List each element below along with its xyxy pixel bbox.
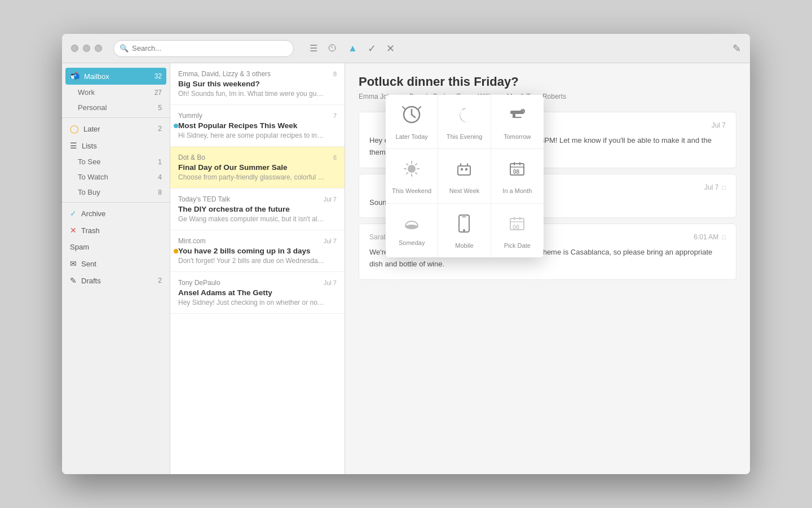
snooze-label-later-today: Later Today: [396, 133, 428, 141]
sidebar-item-mailbox[interactable]: 📬 Mailbox 32: [65, 68, 166, 85]
snooze-in-a-month[interactable]: 08 In a Month: [491, 149, 544, 203]
email-preview-6: Hey Sidney! Just checking in on whether …: [178, 299, 325, 306]
svg-rect-5: [513, 117, 522, 118]
email-item-2[interactable]: Yummly 7 Most Popular Recipes This Week …: [170, 105, 345, 147]
snooze-label-mobile: Mobile: [455, 242, 473, 249]
trash-icon: ✕: [70, 226, 77, 235]
check-toolbar-icon[interactable]: ✓: [368, 42, 376, 55]
email-sender-1: Emma, David, Lizzy & 3 others: [178, 70, 271, 78]
sidebar-label-trash: Trash: [81, 226, 100, 235]
email-item-1[interactable]: Emma, David, Lizzy & 3 others 8 Big Sur …: [170, 63, 345, 105]
snooze-label-this-weekend: This Weekend: [392, 187, 431, 195]
sidebar-item-to-see[interactable]: To See 1: [62, 154, 170, 169]
snooze-tomorrow[interactable]: Tomorrow: [491, 95, 544, 149]
snooze-later-today[interactable]: Later Today: [386, 95, 438, 149]
sidebar-item-to-watch[interactable]: To Watch 4: [62, 169, 170, 185]
minimize-traffic-light[interactable]: [83, 45, 90, 52]
sidebar: 📬 Mailbox 32 Work 27 Personal 5 ◯ Later …: [62, 63, 170, 474]
sidebar-label-later: Later: [83, 125, 100, 133]
snooze-next-week[interactable]: Next Week: [438, 149, 491, 203]
this-weekend-icon: [402, 159, 421, 182]
svg-rect-17: [461, 168, 463, 170]
svg-point-26: [463, 229, 465, 231]
sidebar-item-later[interactable]: ◯ Later 2: [62, 120, 170, 137]
email-date-1: 8: [333, 71, 337, 77]
x-toolbar-icon[interactable]: ✕: [386, 42, 395, 55]
lists-icon: ☰: [70, 141, 77, 150]
svg-line-15: [407, 173, 408, 174]
email-meta-6: Tony DePaulo Jul 7: [178, 279, 337, 287]
message-date-1: Jul 7: [712, 121, 726, 129]
app-window: 🔍 ☰ ⏲ ▲ ✓ ✕ ✎ 📬 Mailbox 32 Work 27: [62, 34, 750, 474]
sidebar-item-to-buy[interactable]: To Buy 8: [62, 185, 170, 200]
email-meta-3: Dot & Bo 6: [178, 154, 337, 161]
pick-date-icon: 08: [508, 214, 527, 237]
svg-rect-16: [458, 166, 470, 175]
sidebar-item-drafts[interactable]: ✎ Drafts 2: [62, 272, 170, 289]
titlebar: 🔍 ☰ ⏲ ▲ ✓ ✕ ✎: [62, 34, 750, 63]
snooze-label-someday: Someday: [399, 239, 425, 247]
next-week-icon: [454, 159, 474, 182]
email-preview-5: Don't forget! Your 2 bills are due on We…: [178, 257, 325, 265]
email-subject-5: You have 2 bills coming up in 3 days: [178, 247, 337, 255]
sidebar-label-drafts: Drafts: [81, 277, 101, 285]
sidebar-item-sent[interactable]: ✉ Sent: [62, 255, 170, 272]
svg-line-2: [412, 115, 415, 117]
in-a-month-icon: 08: [508, 159, 527, 182]
email-date-4: Jul 7: [324, 196, 337, 203]
search-input[interactable]: [132, 44, 288, 52]
email-item-4[interactable]: Today's TED Talk Jul 7 The DIY orchestra…: [170, 189, 345, 230]
sidebar-item-work[interactable]: Work 27: [62, 85, 170, 100]
svg-point-6: [520, 109, 525, 113]
email-date-2: 7: [333, 112, 337, 119]
email-item-3[interactable]: Dot & Bo 6 Final Day of Our Summer Sale …: [170, 147, 345, 189]
email-sender-5: Mint.com: [178, 237, 206, 245]
email-meta-5: Mint.com Jul 7: [178, 237, 337, 245]
email-date-3: 6: [333, 154, 337, 161]
email-item-6[interactable]: Tony DePaulo Jul 7 Ansel Adams at The Ge…: [170, 272, 345, 314]
sidebar-label-sent: Sent: [81, 260, 96, 268]
sidebar-item-spam[interactable]: Spam: [62, 239, 170, 255]
snooze-someday[interactable]: Someday: [386, 204, 438, 257]
svg-text:08: 08: [513, 224, 519, 230]
unread-dot-5: [174, 249, 178, 253]
message-date-3: 6:01 AM: [694, 233, 718, 241]
reply-icon-3: □: [722, 234, 726, 240]
sidebar-badge-later: 2: [158, 125, 162, 133]
sidebar-label-lists: Lists: [82, 142, 97, 150]
email-subject-6: Ansel Adams at The Getty: [178, 288, 337, 297]
list-toolbar-icon[interactable]: ☰: [310, 43, 317, 54]
email-meta-2: Yummly 7: [178, 112, 337, 120]
bell-toolbar-icon[interactable]: ▲: [348, 43, 358, 54]
email-list: Emma, David, Lizzy & 3 others 8 Big Sur …: [170, 63, 345, 474]
snooze-mobile[interactable]: Mobile: [438, 204, 491, 257]
svg-point-7: [408, 165, 416, 173]
drafts-icon: ✎: [70, 276, 77, 285]
clock-toolbar-icon[interactable]: ⏲: [328, 42, 338, 54]
snooze-pick-date[interactable]: 08 Pick Date: [491, 204, 544, 257]
compose-button[interactable]: ✎: [732, 42, 741, 55]
reply-icon-2: □: [722, 184, 726, 191]
email-sender-2: Yummly: [178, 112, 202, 120]
sidebar-badge-work: 27: [155, 89, 170, 97]
sidebar-label-to-watch: To Watch: [78, 173, 108, 181]
thread-subject: Potluck dinner this Friday?: [359, 75, 736, 89]
email-date-5: Jul 7: [324, 238, 337, 244]
sidebar-item-trash[interactable]: ✕ Trash: [62, 222, 170, 239]
sidebar-item-lists[interactable]: ☰ Lists: [62, 137, 170, 154]
sidebar-item-personal[interactable]: Personal 5: [62, 100, 170, 115]
sidebar-badge-mailbox: 32: [155, 72, 162, 80]
email-item-5[interactable]: Mint.com Jul 7 You have 2 bills coming u…: [170, 230, 345, 272]
message-date-2: Jul 7: [704, 183, 718, 191]
search-bar[interactable]: 🔍: [113, 40, 294, 57]
sidebar-item-archive[interactable]: ✓ Archive: [62, 205, 170, 222]
mailbox-icon: 📬: [70, 72, 80, 81]
zoom-traffic-light[interactable]: [95, 45, 102, 52]
snooze-this-evening[interactable]: This Evening: [438, 95, 491, 149]
svg-line-13: [416, 173, 417, 174]
close-traffic-light[interactable]: [71, 45, 78, 52]
snooze-this-weekend[interactable]: This Weekend: [386, 149, 438, 203]
snooze-label-pick-date: Pick Date: [504, 242, 531, 249]
sidebar-badge-drafts: 2: [158, 277, 162, 284]
email-subject-2: Most Popular Recipes This Week: [178, 121, 337, 130]
